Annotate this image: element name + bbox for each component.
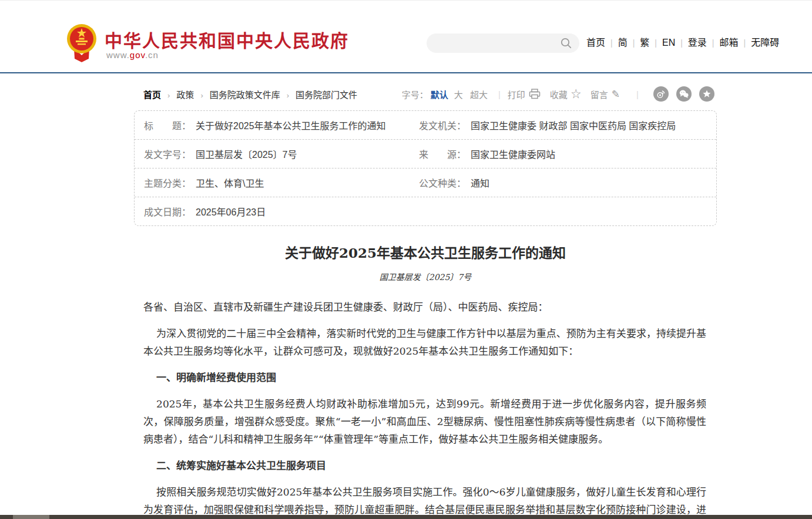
nav-item-traditional[interactable]: 繁: [640, 38, 649, 48]
bottom-bar: [0, 515, 812, 519]
nav-item-english[interactable]: EN: [662, 38, 675, 48]
meta-row-date: 成文日期：2025年06月23日: [135, 197, 716, 225]
print-button[interactable]: 打印: [508, 88, 541, 100]
star-icon: ☆: [571, 89, 581, 99]
pencil-icon: ✎: [612, 89, 620, 99]
meta-value-title: 关于做好2025年基本公共卫生服务工作的通知: [196, 121, 386, 131]
national-emblem-icon[interactable]: [66, 22, 98, 62]
nav-separator: |: [712, 38, 714, 48]
nav-separator: |: [680, 38, 683, 48]
meta-label-title: 标 题：: [144, 121, 191, 131]
meta-label-doc-number: 发文字号：: [144, 150, 191, 160]
meta-value-date: 2025年06月23日: [196, 207, 266, 217]
meta-value-doc-type: 通知: [471, 178, 489, 188]
toolbar-row: 首页›政策›国务院政策文件库›国务院部门文件 字号： 默认 大 超大 | 打印: [134, 86, 717, 102]
nav-item-home[interactable]: 首页: [586, 38, 605, 48]
breadcrumb-separator: ›: [287, 91, 289, 100]
document-number: 国卫基层发〔2025〕7号: [134, 271, 717, 282]
site-url-www: www.: [106, 50, 130, 60]
meta-row-docnumber-source: 发文字号：国卫基层发〔2025〕7号 来 源：国家卫生健康委网站: [135, 140, 716, 168]
nav-separator: |: [655, 38, 657, 48]
nav-item-simplified[interactable]: 简: [618, 38, 628, 48]
nav-item-accessibility[interactable]: 无障碍: [751, 38, 779, 48]
page-tools: 字号： 默认 大 超大 | 打印 收藏 ☆: [402, 86, 714, 102]
comment-label: 留言: [590, 88, 608, 100]
meta-label-issuing-agency: 发文机关：: [419, 121, 466, 131]
share-wechat-button[interactable]: [676, 86, 692, 102]
favorite-label: 收藏: [550, 88, 568, 100]
top-nav: 首页|简|繁|EN|登录|邮箱|无障碍: [586, 36, 779, 49]
nav-separator: |: [744, 38, 746, 48]
breadcrumb-item-policy[interactable]: 政策: [176, 90, 194, 100]
nav-separator: |: [633, 38, 635, 48]
page: 中华人民共和国中央人民政府 www.gov.cn 首页|简|繁|EN|登录|邮箱…: [0, 0, 812, 519]
breadcrumb-item-department-documents: 国务院部门文件: [296, 90, 357, 100]
nav-separator: |: [610, 38, 613, 48]
print-label: 打印: [508, 88, 525, 100]
paragraph-section-1: 2025年，基本公共卫生服务经费人均财政补助标准增加5元，达到99元。新增经费用…: [143, 395, 706, 448]
meta-value-doc-number: 国卫基层发〔2025〕7号: [196, 150, 297, 160]
font-size-xlarge-button[interactable]: 超大: [470, 88, 488, 100]
font-size-default-button[interactable]: 默认: [431, 88, 448, 100]
weibo-icon: [655, 88, 667, 100]
breadcrumb-item-policy-library[interactable]: 国务院政策文件库: [210, 90, 280, 100]
paragraph-greeting: 各省、自治区、直辖市及新疆生产建设兵团卫生健康委、财政厅（局）、中医药局、疾控局…: [143, 298, 706, 316]
meta-label-date: 成文日期：: [144, 207, 191, 217]
tools-separator: |: [498, 89, 501, 99]
nav-item-login[interactable]: 登录: [688, 38, 707, 48]
paragraph-intro: 为深入贯彻党的二十届三中全会精神，落实新时代党的卫生与健康工作方针中以基层为重点…: [143, 325, 706, 360]
search-box[interactable]: [427, 33, 579, 53]
meta-value-topic-category: 卫生、体育\卫生: [196, 178, 264, 188]
site-title[interactable]: 中华人民共和国中央人民政府: [105, 26, 349, 52]
breadcrumb-item-home[interactable]: 首页: [143, 90, 161, 100]
site-header: 中华人民共和国中央人民政府 www.gov.cn 首页|简|繁|EN|登录|邮箱…: [0, 0, 812, 73]
breadcrumb-separator: ›: [200, 91, 203, 100]
share-weibo-button[interactable]: [653, 86, 669, 102]
site-url-gov: gov: [130, 50, 145, 60]
meta-row-title-agency: 标 题：关于做好2025年基本公共卫生服务工作的通知 发文机关：国家卫生健康委 …: [135, 111, 716, 140]
document-title: 关于做好2025年基本公共卫生服务工作的通知: [134, 242, 717, 262]
search-input[interactable]: [427, 33, 579, 53]
meta-label-source: 来 源：: [419, 150, 466, 160]
nav-item-mail[interactable]: 邮箱: [720, 38, 739, 48]
meta-row-category-doctype: 主题分类：卫生、体育\卫生 公文种类：通知: [135, 168, 716, 197]
paragraph-section-2: 按照相关服务规范切实做好2025年基本公共卫生服务项目实施工作。强化0～6岁儿童…: [143, 483, 706, 519]
wechat-icon: [678, 88, 690, 100]
font-size-large-button[interactable]: 大: [454, 88, 463, 100]
section-heading-2: 二、统筹实施好基本公共卫生服务项目: [143, 457, 706, 474]
font-size-label: 字号：: [402, 88, 428, 100]
search-icon[interactable]: [561, 38, 572, 49]
meta-value-source: 国家卫生健康委网站: [471, 150, 555, 160]
printer-icon: [529, 89, 541, 99]
meta-label-topic-category: 主题分类：: [144, 178, 191, 188]
meta-value-issuing-agency: 国家卫生健康委 财政部 国家中医药局 国家疾控局: [471, 121, 676, 131]
document-article: 关于做好2025年基本公共卫生服务工作的通知 国卫基层发〔2025〕7号 各省、…: [134, 242, 717, 519]
favorite-button[interactable]: 收藏 ☆: [550, 88, 581, 100]
tools-separator: |: [636, 89, 639, 99]
comment-button[interactable]: 留言 ✎: [590, 88, 620, 100]
document-metadata-box: 标 题：关于做好2025年基本公共卫生服务工作的通知 发文机关：国家卫生健康委 …: [134, 110, 717, 226]
breadcrumb: 首页›政策›国务院政策文件库›国务院部门文件: [143, 88, 357, 100]
main-content: 首页›政策›国务院政策文件库›国务院部门文件 字号： 默认 大 超大 | 打印: [134, 86, 717, 519]
document-body: 各省、自治区、直辖市及新疆生产建设兵团卫生健康委、财政厅（局）、中医药局、疾控局…: [134, 282, 717, 519]
share-qzone-button[interactable]: [699, 86, 714, 102]
star-badge-icon: [701, 88, 713, 100]
section-heading-1: 一、明确新增经费使用范围: [143, 369, 706, 386]
site-url-cn: .cn: [145, 50, 159, 60]
meta-label-doc-type: 公文种类：: [419, 178, 466, 188]
site-url[interactable]: www.gov.cn: [106, 50, 159, 60]
breadcrumb-separator: ›: [167, 91, 170, 100]
bottom-bar-segment: [13, 515, 49, 519]
